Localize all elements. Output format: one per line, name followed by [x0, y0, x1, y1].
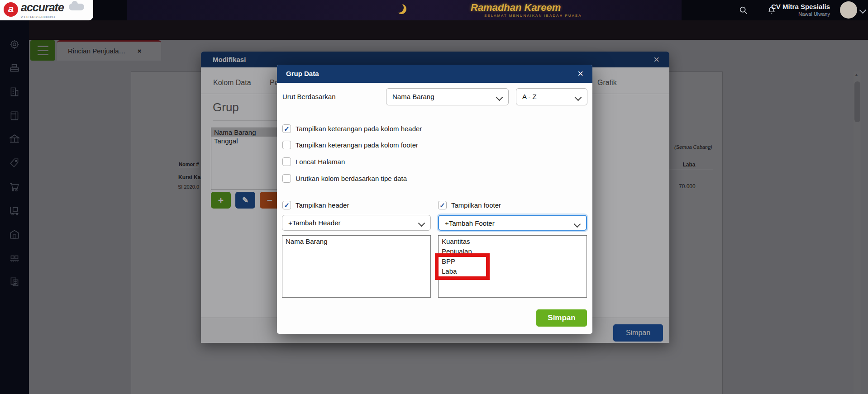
- checkbox-loncat-halaman[interactable]: [282, 157, 291, 166]
- chevron-down-icon: [575, 94, 582, 101]
- app-window: Dashboard Persiapan Data Perusahaan Daft…: [0, 0, 868, 394]
- logo-text: accurate: [21, 1, 64, 14]
- checkbox-label: Tampilkan footer: [451, 201, 501, 209]
- tambah-footer-value: +Tambah Footer: [445, 219, 495, 227]
- annotation-highlight-box: [435, 253, 490, 280]
- search-icon[interactable]: [739, 5, 749, 15]
- tambah-header-value: +Tambah Header: [288, 219, 341, 227]
- top-header-bar: Ramadhan Kareem SELAMAT MENUNAIKAN IBADA…: [0, 0, 868, 20]
- version-text: v.1.0.14379-1880093: [21, 15, 55, 19]
- grup-data-close-icon[interactable]: ×: [577, 65, 583, 83]
- chevron-down-icon[interactable]: [859, 7, 867, 14]
- user-name: Nawal Ulwany: [798, 11, 830, 17]
- sort-order-select[interactable]: A - Z: [516, 88, 587, 105]
- checkbox-label: Urutkan kolom berdasarkan tipe data: [296, 175, 407, 182]
- promo-banner: Ramadhan Kareem SELAMAT MENUNAIKAN IBADA…: [127, 0, 682, 20]
- checkbox-urutkan-kolom[interactable]: [282, 174, 291, 183]
- grup-data-header: Grup Data ×: [277, 65, 592, 83]
- checkbox-keterangan-header[interactable]: ✓: [282, 124, 291, 133]
- company-name: CV Mitra Spesialis: [771, 3, 830, 10]
- tambah-footer-select[interactable]: +Tambah Footer: [438, 215, 587, 231]
- sort-field-value: Nama Barang: [392, 93, 434, 100]
- sort-order-value: A - Z: [522, 93, 537, 100]
- grup-data-title: Grup Data: [277, 70, 319, 77]
- logo-block: a accurate v.1.0.14379-1880093: [0, 0, 93, 20]
- user-avatar[interactable]: [840, 1, 857, 19]
- list-item[interactable]: Nama Barang: [282, 237, 430, 247]
- accurate-logo-icon: a: [4, 2, 18, 17]
- list-item[interactable]: Kuantitas: [439, 237, 587, 247]
- crescent-moon-icon: [394, 3, 404, 13]
- checkbox-label: Loncat Halaman: [296, 158, 345, 166]
- header-columns-listbox[interactable]: Nama Barang: [282, 235, 431, 298]
- checkbox-label: Tampilkan keterangan pada kolom footer: [296, 141, 418, 149]
- sort-field-select[interactable]: Nama Barang: [386, 88, 509, 105]
- tambah-header-select[interactable]: +Tambah Header: [282, 215, 431, 231]
- checkbox-label: Tampilkan header: [296, 201, 349, 209]
- grup-data-save-button[interactable]: Simpan: [536, 309, 587, 327]
- banner-subtitle: SELAMAT MENUNAIKAN IBADAH PUASA: [484, 14, 582, 18]
- checkbox-label: Tampilkan keterangan pada kolom header: [296, 125, 422, 133]
- checkbox-keterangan-footer[interactable]: [282, 141, 291, 149]
- checkbox-tampilkan-footer[interactable]: ✓: [438, 201, 447, 209]
- sort-by-label: Urut Berdasarkan: [282, 93, 336, 100]
- cloud-icon: [69, 4, 84, 10]
- banner-title: Ramadhan Kareem: [471, 2, 561, 14]
- checkbox-tampilkan-header[interactable]: ✓: [282, 201, 291, 209]
- grup-data-modal: Grup Data × Urut Berdasarkan Nama Barang…: [277, 65, 592, 334]
- chevron-down-icon: [496, 94, 503, 101]
- chevron-down-icon: [574, 221, 581, 228]
- chevron-down-icon: [418, 220, 425, 227]
